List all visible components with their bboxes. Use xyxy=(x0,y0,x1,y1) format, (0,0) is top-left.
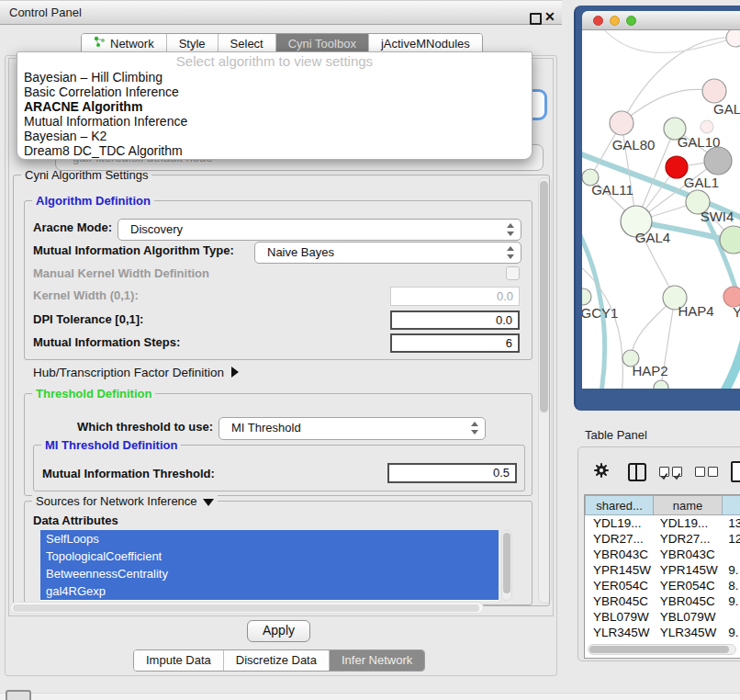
mi-algorithm-type-combobox[interactable]: Naive Bayes xyxy=(254,242,521,264)
unchecked-box-icon[interactable] xyxy=(695,467,705,477)
table-cell: YPR145W xyxy=(585,562,652,578)
dpi-tolerance-field[interactable]: 0.0 xyxy=(390,310,520,330)
attribute-list-item[interactable]: SelfLoops xyxy=(40,530,499,548)
tab-impute-data[interactable]: Impute Data xyxy=(134,650,223,671)
attribute-list-item[interactable]: gal4RGexp xyxy=(40,582,499,600)
dropdown-item[interactable]: Bayesian – K2 xyxy=(17,129,532,143)
network-node-gal[interactable] xyxy=(702,79,726,103)
dropdown-item[interactable]: ARACNE Algorithm xyxy=(17,99,532,114)
network-node[interactable] xyxy=(726,30,740,47)
dropdown-item[interactable]: Mutual Information Inference xyxy=(17,114,532,129)
table-row[interactable]: YIL052CYIL052C9 xyxy=(585,640,740,643)
column-header-partial[interactable] xyxy=(722,495,740,515)
which-threshold-combobox[interactable]: MI Threshold xyxy=(219,417,486,440)
dropdown-item-list: Bayesian – Hill ClimbingBasic Correlatio… xyxy=(17,70,532,158)
network-node-label: GAL80 xyxy=(612,137,656,152)
algorithm-definition-title: Algorithm Definition xyxy=(32,194,154,208)
network-view-titlebar[interactable] xyxy=(582,11,740,30)
unchecked-box-icon[interactable] xyxy=(708,467,718,477)
table-row[interactable]: YER054CYER054C8. xyxy=(585,578,740,593)
data-attributes-label: Data Attributes xyxy=(33,514,118,527)
table-cell: YBL079W xyxy=(585,609,652,625)
sources-title[interactable]: Sources for Network Inference xyxy=(32,494,218,508)
network-node-gal80[interactable] xyxy=(610,111,633,135)
network-node-label: Y xyxy=(733,304,740,320)
network-node[interactable] xyxy=(654,380,668,389)
dropdown-placeholder: Select algorithm to view settings xyxy=(17,53,532,70)
settings-horizontal-scrollbar-thumb[interactable] xyxy=(13,604,479,612)
checked-box-icon[interactable] xyxy=(672,467,682,477)
table-row[interactable]: YDL19...YDL19...13 xyxy=(585,515,740,531)
mac-close-button[interactable] xyxy=(593,16,603,26)
network-edge[interactable] xyxy=(622,89,714,123)
network-canvas[interactable]: GALGAL80GAL10GAL1GAL11SWI4GAL4GCY1HAP4YH… xyxy=(582,30,740,389)
aracne-mode-label: Aracne Mode: xyxy=(33,220,112,234)
table-cell: 9. xyxy=(720,625,740,640)
table-row[interactable]: YBL079WYBL079W xyxy=(585,609,740,625)
dropdown-item[interactable]: Bayesian – Hill Climbing xyxy=(17,70,532,85)
table-cell: 9. xyxy=(720,593,740,609)
attribute-list-item[interactable]: BetweennessCentrality xyxy=(40,565,499,582)
network-edge[interactable] xyxy=(720,321,740,389)
apply-button[interactable]: Apply xyxy=(247,620,310,642)
mi-algorithm-type-label: Mutual Information Algorithm Type: xyxy=(33,243,234,257)
manual-kernel-width-label: Manual Kernel Width Definition xyxy=(33,266,209,280)
column-header-shared-name[interactable]: shared... xyxy=(585,495,654,515)
hub-tf-definition-expander[interactable]: Hub/Transcription Factor Definition xyxy=(33,366,239,379)
column-header-name[interactable]: name xyxy=(653,495,723,515)
table-cell: 9. xyxy=(720,562,740,578)
mac-zoom-button[interactable] xyxy=(626,16,636,26)
network-node[interactable] xyxy=(701,120,713,133)
table-row[interactable]: YBR043CYBR043C xyxy=(585,547,740,562)
mi-steps-field[interactable]: 6 xyxy=(390,333,520,353)
table-cell: YER054C xyxy=(652,578,721,593)
network-node-label: GAL1 xyxy=(684,175,719,190)
which-threshold-label: Which threshold to use: xyxy=(77,420,213,434)
tab-infer-network[interactable]: Infer Network xyxy=(329,650,424,671)
table-cell: YER054C xyxy=(585,578,652,593)
mi-threshold-field[interactable]: 0.5 xyxy=(387,463,517,483)
checked-box-icon[interactable] xyxy=(659,467,669,477)
dropdown-item[interactable]: Basic Correlation Inference xyxy=(17,85,532,99)
gear-icon[interactable] xyxy=(593,462,610,482)
table-row[interactable]: YDR27...YDR27...12 xyxy=(585,531,740,547)
close-icon[interactable]: ✕ xyxy=(544,10,555,23)
cyni-bottom-tabbar: Impute Data Discretize Data Infer Networ… xyxy=(133,649,425,672)
aracne-mode-combobox[interactable]: Discovery xyxy=(118,219,521,241)
attributes-list-scrollbar-thumb[interactable] xyxy=(503,533,510,593)
table-cell: YDR27... xyxy=(585,531,652,547)
table-panel-title: Table Panel xyxy=(585,428,647,442)
table-cell: YPR145W xyxy=(652,562,721,578)
network-node-label: GAL4 xyxy=(635,230,670,245)
dropdown-item[interactable]: Dream8 DC_TDC Algorithm xyxy=(17,143,532,158)
network-node-label: SWI4 xyxy=(701,209,734,224)
network-node[interactable] xyxy=(704,147,732,175)
manual-kernel-width-checkbox[interactable] xyxy=(506,266,520,280)
kernel-width-field[interactable]: 0.0 xyxy=(390,287,520,306)
table-cell: YIL052C xyxy=(585,640,652,643)
document-icon[interactable] xyxy=(731,461,740,482)
table-row[interactable]: YPR145WYPR145W9. xyxy=(585,562,740,578)
table-cell: YDL19... xyxy=(585,515,652,531)
float-window-icon[interactable] xyxy=(530,13,542,25)
expander-collapsed-icon xyxy=(231,367,239,378)
network-edge[interactable] xyxy=(600,30,735,52)
show-columns-icon[interactable] xyxy=(628,463,646,481)
table-horizontal-scrollbar-thumb[interactable] xyxy=(589,646,729,653)
attribute-list-item[interactable]: TopologicalCoefficient xyxy=(40,548,499,565)
table-row[interactable]: YBR045CYBR045C9. xyxy=(585,593,740,609)
tab-discretize-data[interactable]: Discretize Data xyxy=(223,650,329,671)
mi-threshold-label: Mutual Information Threshold: xyxy=(42,467,215,480)
table-cell: YDL19... xyxy=(652,515,721,531)
expander-expanded-icon xyxy=(203,499,214,506)
network-node-label: GAL11 xyxy=(591,182,633,198)
network-node-gcy1[interactable] xyxy=(582,288,591,305)
window-title: Control Panel xyxy=(9,6,82,19)
threshold-definition-title: Threshold Definition xyxy=(32,387,155,401)
table-cell xyxy=(720,547,740,562)
window-bottom-strip xyxy=(0,693,740,700)
table-row[interactable]: YLR345WYLR345W9. xyxy=(585,625,740,640)
corner-button-fragment[interactable] xyxy=(6,690,31,700)
table-cell: 8. xyxy=(720,578,740,593)
mac-minimize-button[interactable] xyxy=(610,16,620,26)
